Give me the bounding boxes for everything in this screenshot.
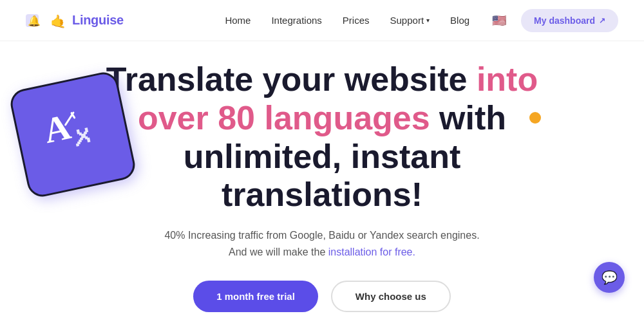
chat-icon: 💬 (601, 270, 618, 285)
free-installation-link[interactable]: installation for free. (328, 246, 415, 257)
svg-text:A: A (40, 106, 74, 151)
chat-bubble-button[interactable]: 💬 (594, 262, 625, 293)
nav-menu: Home Integrations Prices Support ▾ Blog … (225, 14, 508, 27)
why-choose-us-button[interactable]: Why choose us (331, 281, 451, 312)
hero-subtitle-line2: And we will make the (229, 246, 328, 257)
svg-text:ꭗ: ꭗ (71, 118, 92, 151)
orange-dot-decoration (529, 112, 541, 124)
nav-item-support[interactable]: Support ▾ (390, 15, 430, 26)
external-link-icon: ↗ (599, 16, 605, 25)
language-flag-icon: 🇺🇸 (490, 14, 508, 27)
nav-item-blog[interactable]: Blog (450, 15, 469, 26)
nav-flag[interactable]: 🇺🇸 (490, 14, 508, 27)
nav-item-integrations[interactable]: Integrations (271, 15, 321, 26)
navbar: 🔔 🤙 Linguise Home Integrations Prices Su… (0, 0, 644, 41)
svg-text:🤙: 🤙 (50, 14, 66, 29)
nav-item-home[interactable]: Home (225, 15, 251, 26)
nav-item-prices[interactable]: Prices (343, 15, 370, 26)
hero-subtitle: 40% Increasing traffic from Google, Baid… (26, 227, 618, 260)
hero-buttons: 1 month free trial Why choose us (26, 281, 618, 312)
free-trial-button[interactable]: 1 month free trial (193, 281, 318, 312)
logo-icon: 🔔 (26, 12, 44, 30)
logo[interactable]: 🔔 🤙 Linguise (26, 12, 124, 30)
logo-bell-icon: 🤙 (49, 12, 67, 30)
logo-text: Linguise (72, 13, 124, 28)
svg-text:🔔: 🔔 (28, 15, 41, 27)
support-dropdown-icon: ▾ (426, 17, 430, 24)
hero-title-part1: Translate your website (106, 60, 477, 98)
dashboard-label: My dashboard (534, 15, 595, 26)
hero-section: A ꭗ Translate your website into over 80 … (0, 41, 644, 312)
hero-subtitle-line1: 40% Increasing traffic from Google, Baid… (164, 230, 479, 241)
dashboard-button[interactable]: My dashboard ↗ (521, 9, 618, 32)
hero-title: Translate your website into over 80 lang… (97, 60, 547, 214)
translate-card-illustration: A ꭗ (8, 70, 138, 200)
translate-card-icon: A ꭗ (34, 93, 112, 176)
